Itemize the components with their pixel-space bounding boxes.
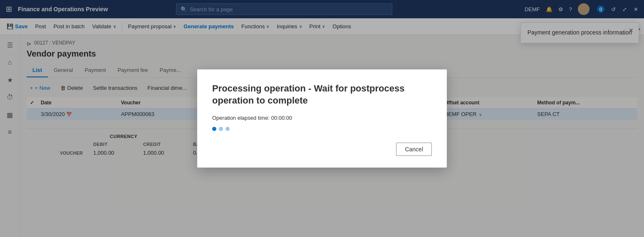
dot-1 [212, 127, 216, 131]
modal-progress-dots [212, 127, 432, 131]
processing-modal: Processing operation - Wait for postproc… [197, 69, 447, 168]
modal-elapsed: Operation elapsed time: 00:00:00 [212, 115, 432, 121]
dot-2 [219, 127, 223, 131]
modal-title: Processing operation - Wait for postproc… [212, 83, 432, 106]
dot-3 [225, 127, 230, 131]
cancel-button[interactable]: Cancel [396, 143, 432, 156]
modal-overlay: Processing operation - Wait for postproc… [0, 0, 644, 237]
modal-actions: Cancel [212, 143, 432, 156]
